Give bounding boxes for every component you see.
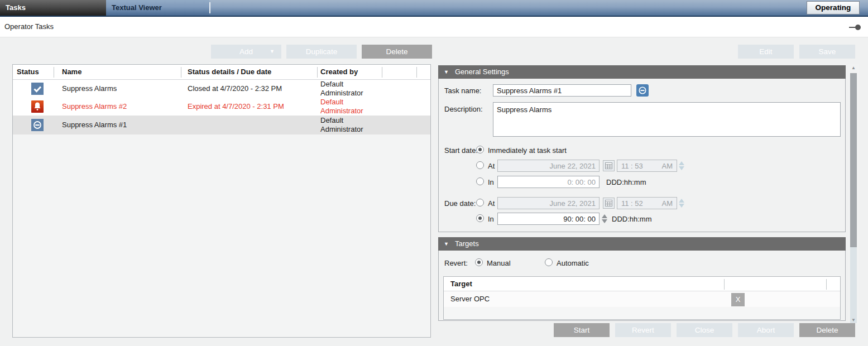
due-in-duration-spinner[interactable] bbox=[602, 214, 608, 223]
task-created-by: Default Administrator bbox=[320, 98, 379, 116]
targets-header[interactable]: ▼ Targets bbox=[438, 237, 846, 251]
column-header-name[interactable]: Name bbox=[62, 68, 81, 76]
start-in-duration-field[interactable] bbox=[497, 176, 600, 188]
delete-button[interactable]: Delete bbox=[799, 323, 855, 337]
column-separator[interactable] bbox=[181, 67, 181, 78]
start-at-time-value: 11 : 53 bbox=[621, 162, 643, 170]
scrollbar-track[interactable] bbox=[850, 247, 857, 323]
vertical-scrollbar[interactable]: ▲ ▼ bbox=[848, 64, 859, 324]
radio-revert-manual[interactable] bbox=[475, 258, 483, 266]
radio-start-in-label: In bbox=[488, 178, 494, 186]
column-separator[interactable] bbox=[826, 279, 827, 290]
task-name: Suppress Alarms bbox=[62, 80, 117, 98]
start-button[interactable]: Start bbox=[554, 323, 610, 337]
tab-textual-viewer[interactable]: Textual Viewer bbox=[106, 0, 209, 16]
delete-task-button[interactable]: Delete bbox=[362, 45, 432, 59]
collapse-triangle-icon[interactable]: ▼ bbox=[444, 65, 449, 79]
add-button-label: Add bbox=[239, 47, 253, 56]
radio-revert-manual-label: Manual bbox=[487, 259, 511, 267]
start-at-time-spinner[interactable] bbox=[679, 161, 685, 170]
due-at-time-field[interactable]: 11 : 52 AM bbox=[617, 197, 677, 209]
start-at-calendar-button[interactable] bbox=[603, 160, 615, 171]
column-separator[interactable] bbox=[416, 67, 417, 78]
column-separator[interactable] bbox=[317, 67, 318, 78]
scrollbar-thumb[interactable] bbox=[850, 73, 857, 247]
column-separator[interactable] bbox=[724, 279, 725, 290]
start-date-label: Start date: bbox=[444, 146, 478, 155]
calendar-icon bbox=[605, 162, 612, 169]
targets-table: Target Server OPC X bbox=[443, 276, 841, 320]
task-status-suspend-button[interactable] bbox=[636, 84, 649, 97]
description-textarea[interactable]: Suppress Alarms bbox=[493, 102, 841, 137]
due-at-time-spinner[interactable] bbox=[679, 199, 685, 208]
add-dropdown-arrow-icon[interactable]: ▼ bbox=[270, 45, 275, 59]
start-at-date-field[interactable] bbox=[497, 160, 600, 172]
task-row-suppress-alarms[interactable]: Suppress Alarms Closed at 4/7/2020 - 2:3… bbox=[13, 80, 430, 98]
top-tab-bar: Tasks Textual Viewer Operating bbox=[0, 0, 868, 17]
radio-start-immediately[interactable] bbox=[476, 146, 484, 153]
column-header-details[interactable]: Status details / Due date bbox=[188, 68, 271, 76]
column-separator[interactable] bbox=[54, 67, 54, 78]
task-suspended-icon bbox=[31, 119, 44, 131]
radio-revert-automatic-label: Automatic bbox=[557, 259, 589, 267]
page-title: Operator Tasks bbox=[4, 22, 54, 31]
radio-start-in[interactable] bbox=[476, 177, 484, 185]
collapse-triangle-icon[interactable]: ▼ bbox=[444, 237, 449, 251]
target-row-server-opc[interactable]: Server OPC X bbox=[444, 291, 840, 307]
task-row-suppress-alarms-1-selected[interactable]: Suppress Alarms #1 Default Administrator bbox=[13, 116, 430, 134]
task-created-by: Default Administrator bbox=[320, 80, 379, 98]
circle-minus-icon bbox=[637, 85, 648, 95]
column-header-status[interactable]: Status bbox=[17, 68, 39, 76]
task-expired-alarm-icon bbox=[31, 100, 44, 113]
description-label: Description: bbox=[444, 105, 483, 113]
save-button[interactable]: Save bbox=[799, 45, 855, 59]
radio-due-in[interactable] bbox=[476, 214, 484, 222]
task-name: Suppress Alarms #2 bbox=[62, 98, 127, 116]
add-button[interactable]: Add ▼ bbox=[211, 45, 281, 59]
start-duration-format-label: DDD:hh:mm bbox=[606, 178, 646, 186]
edit-button[interactable]: Edit bbox=[738, 45, 794, 59]
target-column-header[interactable]: Target bbox=[450, 280, 472, 288]
column-header-created-by[interactable]: Created by bbox=[320, 68, 358, 76]
general-settings-header[interactable]: ▼ General Settings bbox=[438, 65, 846, 79]
task-name: Suppress Alarms #1 bbox=[62, 116, 127, 134]
task-name-input[interactable] bbox=[493, 84, 631, 97]
due-at-calendar-button[interactable] bbox=[603, 198, 615, 209]
start-at-ampm: AM bbox=[662, 162, 673, 170]
revert-label: Revert: bbox=[444, 259, 468, 267]
revert-button[interactable]: Revert bbox=[615, 323, 671, 337]
due-in-duration-field[interactable] bbox=[497, 213, 600, 225]
task-closed-check-icon bbox=[31, 83, 44, 95]
targets-title: Targets bbox=[455, 237, 479, 251]
calendar-icon bbox=[605, 200, 612, 206]
general-settings-panel: Task name: Description: Suppress Alarms … bbox=[438, 79, 846, 232]
tab-tasks[interactable]: Tasks bbox=[0, 0, 106, 16]
due-duration-format-label: DDD:hh:mm bbox=[612, 215, 652, 223]
pin-icon[interactable] bbox=[849, 25, 861, 30]
tab-tasks-label: Tasks bbox=[6, 3, 26, 12]
radio-revert-automatic[interactable] bbox=[545, 258, 553, 266]
scroll-up-arrow-icon[interactable]: ▲ bbox=[848, 64, 859, 72]
abort-button[interactable]: Abort bbox=[738, 323, 794, 337]
operator-tasks-screen: Tasks Textual Viewer Operating Operator … bbox=[0, 0, 868, 346]
close-button[interactable]: Close bbox=[677, 323, 732, 337]
remove-target-button[interactable]: X bbox=[731, 293, 745, 306]
tab-separator bbox=[209, 2, 210, 13]
column-separator[interactable] bbox=[382, 67, 382, 78]
operating-button[interactable]: Operating bbox=[807, 1, 860, 15]
general-settings-title: General Settings bbox=[455, 65, 509, 79]
task-details: Closed at 4/7/2020 - 2:32 PM bbox=[188, 80, 282, 98]
duplicate-button[interactable]: Duplicate bbox=[286, 45, 357, 59]
radio-due-in-label: In bbox=[488, 215, 494, 223]
breadcrumb-row: Operator Tasks bbox=[0, 17, 868, 37]
start-at-time-field[interactable]: 11 : 53 AM bbox=[617, 160, 677, 172]
task-row-suppress-alarms-2[interactable]: Suppress Alarms #2 Expired at 4/7/2020 -… bbox=[13, 98, 430, 116]
task-created-by: Default Administrator bbox=[320, 116, 379, 134]
due-at-date-field[interactable] bbox=[497, 197, 600, 209]
radio-start-at[interactable] bbox=[476, 161, 484, 169]
radio-start-immediately-label: Immediately at task start bbox=[488, 146, 567, 155]
radio-due-at[interactable] bbox=[476, 199, 484, 206]
targets-table-header: Target bbox=[444, 277, 840, 291]
due-date-label: Due date: bbox=[444, 199, 476, 208]
radio-start-at-label: At bbox=[488, 162, 495, 170]
